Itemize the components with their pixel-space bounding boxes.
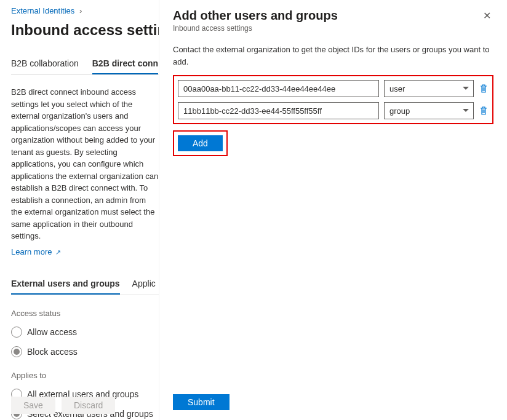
page-title: Inbound access settings: [11, 22, 159, 39]
discard-button[interactable]: Discard: [62, 397, 115, 414]
entry-rows: user group: [173, 75, 493, 124]
external-link-icon: ↗: [55, 248, 61, 256]
page-description: B2B direct connect inbound access settin…: [11, 86, 159, 242]
footer-bar: Save Discard: [11, 397, 115, 414]
submit-button[interactable]: Submit: [173, 394, 230, 410]
delete-icon[interactable]: [479, 106, 489, 116]
entry-row: group: [178, 102, 489, 119]
object-id-input[interactable]: [178, 80, 379, 97]
add-button[interactable]: Add: [178, 135, 223, 151]
sub-tabs: External users and groups Applic: [11, 275, 159, 295]
tab-b2b-direct-connect[interactable]: B2B direct conn: [92, 55, 158, 74]
tab-external-users-groups[interactable]: External users and groups: [11, 275, 120, 295]
breadcrumb[interactable]: External Identities ›: [11, 6, 159, 15]
entry-row: user: [178, 80, 489, 97]
add-button-wrap: Add: [173, 130, 228, 156]
blade-subtitle: Inbound access settings: [173, 24, 338, 33]
type-select[interactable]: group: [384, 102, 474, 119]
radio-block-access[interactable]: Block access: [11, 346, 159, 357]
blade-description: Contact the external organization to get…: [173, 44, 493, 68]
add-users-blade: Add other users and groups Inbound acces…: [159, 0, 507, 420]
radio-icon: [11, 327, 22, 338]
chevron-right-icon: ›: [79, 6, 82, 15]
radio-allow-access[interactable]: Allow access: [11, 327, 159, 338]
tab-b2b-collaboration[interactable]: B2B collaboration: [11, 55, 79, 74]
access-status-label: Access status: [11, 309, 159, 318]
learn-more-link[interactable]: Learn more ↗: [11, 247, 61, 256]
close-icon[interactable]: ✕: [481, 9, 493, 23]
type-select[interactable]: user: [384, 80, 474, 97]
applies-to-label: Applies to: [11, 371, 159, 380]
main-tabs: B2B collaboration B2B direct conn: [11, 55, 159, 75]
save-button[interactable]: Save: [11, 397, 55, 414]
access-status-group: Allow access Block access: [11, 327, 159, 357]
blade-title: Add other users and groups: [173, 9, 338, 23]
breadcrumb-parent[interactable]: External Identities: [11, 6, 74, 15]
object-id-input[interactable]: [178, 102, 379, 119]
tab-applications[interactable]: Applic: [132, 275, 156, 295]
radio-icon: [11, 346, 22, 357]
delete-icon[interactable]: [479, 84, 489, 93]
